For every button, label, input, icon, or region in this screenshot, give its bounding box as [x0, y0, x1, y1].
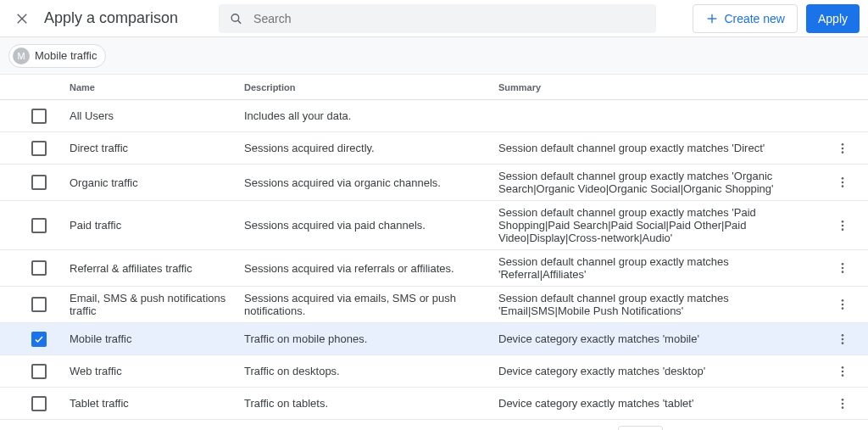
svg-point-12 — [842, 221, 844, 223]
more-vert-icon — [836, 219, 849, 232]
more-vert-icon — [836, 332, 849, 346]
search-box[interactable] — [219, 4, 656, 33]
table-row[interactable]: Direct trafficSessions acquired directly… — [0, 132, 868, 165]
row-summary: Session default channel group exactly ma… — [498, 292, 826, 317]
apply-button[interactable]: Apply — [806, 4, 860, 33]
column-description: Description — [244, 82, 498, 92]
plus-icon — [705, 12, 719, 25]
svg-point-21 — [842, 334, 844, 337]
row-menu-button[interactable] — [836, 261, 849, 275]
check-icon — [34, 334, 44, 344]
row-summary: Session default channel group exactly ma… — [498, 206, 826, 244]
row-name: Organic traffic — [70, 176, 244, 189]
comparison-chip[interactable]: M Mobile traffic — [8, 44, 106, 68]
row-name: Paid traffic — [70, 219, 244, 232]
svg-point-10 — [842, 181, 844, 184]
svg-point-15 — [842, 263, 844, 265]
row-checkbox[interactable] — [31, 109, 47, 124]
search-input[interactable] — [252, 11, 646, 26]
table-row[interactable]: Paid trafficSessions acquired via paid c… — [0, 201, 868, 250]
row-menu-button[interactable] — [836, 397, 849, 410]
svg-point-23 — [842, 342, 844, 344]
table-row[interactable]: All UsersIncludes all your data. — [0, 100, 868, 132]
table-row[interactable]: Referral & affiliates trafficSessions ac… — [0, 250, 868, 287]
row-menu-button[interactable] — [836, 332, 849, 346]
dialog-header: Apply a comparison Create new Apply — [0, 0, 868, 37]
row-description: Sessions acquired via referrals or affil… — [244, 262, 498, 275]
table-row[interactable]: Web trafficTraffic on desktops.Device ca… — [0, 355, 868, 388]
row-menu-button[interactable] — [836, 219, 849, 232]
svg-point-13 — [842, 224, 844, 226]
more-vert-icon — [836, 142, 849, 155]
row-summary: Device category exactly matches 'desktop… — [498, 365, 826, 377]
row-name: Web traffic — [70, 365, 244, 377]
row-description: Traffic on desktops. — [244, 365, 498, 377]
more-vert-icon — [836, 261, 849, 275]
svg-point-24 — [842, 366, 844, 369]
row-checkbox[interactable] — [31, 175, 47, 190]
svg-point-28 — [842, 402, 844, 405]
table-row[interactable]: Email, SMS & push notifications trafficS… — [0, 287, 868, 323]
svg-point-20 — [842, 307, 844, 310]
row-checkbox[interactable] — [31, 396, 47, 411]
row-menu-button[interactable] — [836, 298, 849, 311]
row-name: All Users — [70, 109, 244, 122]
close-icon — [14, 11, 30, 26]
row-summary: Session default channel group exactly ma… — [498, 170, 826, 195]
row-description: Includes all your data. — [244, 109, 498, 122]
row-summary: Session default channel group exactly ma… — [498, 142, 826, 154]
row-checkbox[interactable] — [31, 260, 47, 276]
table-body: All UsersIncludes all your data.Direct t… — [0, 100, 868, 420]
row-name: Email, SMS & push notifications traffic — [70, 292, 244, 317]
table-row[interactable]: Mobile trafficTraffic on mobile phones.D… — [0, 323, 868, 355]
svg-point-25 — [842, 370, 844, 372]
row-description: Sessions acquired via paid channels. — [244, 219, 498, 232]
column-name: Name — [70, 82, 244, 92]
svg-point-19 — [842, 304, 844, 306]
create-new-button[interactable]: Create new — [693, 4, 798, 33]
row-name: Referral & affiliates traffic — [70, 262, 244, 275]
svg-point-2 — [231, 14, 239, 21]
svg-point-6 — [842, 143, 844, 146]
row-description: Sessions acquired via emails, SMS or pus… — [244, 292, 498, 317]
row-menu-button[interactable] — [836, 365, 849, 378]
column-summary: Summary — [498, 82, 826, 92]
row-name: Mobile traffic — [70, 332, 244, 345]
search-container — [219, 4, 656, 33]
svg-point-26 — [842, 374, 844, 377]
dialog-title: Apply a comparison — [44, 9, 178, 27]
pagination-bar: Items per page: 25 1 – 9 of 9 — [0, 420, 868, 430]
svg-point-22 — [842, 338, 844, 340]
svg-point-29 — [842, 406, 844, 409]
more-vert-icon — [836, 365, 849, 378]
row-menu-button[interactable] — [836, 142, 849, 155]
svg-point-7 — [842, 147, 844, 149]
table-row[interactable]: Tablet trafficTraffic on tablets.Device … — [0, 388, 868, 420]
svg-point-11 — [842, 185, 844, 187]
svg-point-18 — [842, 299, 844, 302]
row-checkbox[interactable] — [31, 332, 47, 347]
search-icon — [229, 11, 243, 26]
svg-line-3 — [238, 20, 242, 24]
row-description: Sessions acquired directly. — [244, 142, 498, 154]
active-comparison-bar: M Mobile traffic — [0, 37, 868, 75]
row-summary: Device category exactly matches 'tablet' — [498, 397, 826, 410]
row-description: Sessions acquired via organic channels. — [244, 176, 498, 189]
svg-point-8 — [842, 151, 844, 154]
table-row[interactable]: Organic trafficSessions acquired via org… — [0, 165, 868, 201]
row-checkbox[interactable] — [31, 141, 47, 156]
items-per-page-select[interactable]: 25 — [618, 426, 662, 430]
row-summary: Device category exactly matches 'mobile' — [498, 332, 826, 345]
table-header: Name Description Summary — [0, 75, 868, 100]
apply-label: Apply — [818, 12, 848, 25]
row-menu-button[interactable] — [836, 176, 849, 189]
chip-label: Mobile traffic — [35, 49, 97, 62]
close-button[interactable] — [8, 5, 36, 32]
svg-point-17 — [842, 271, 844, 273]
svg-point-9 — [842, 177, 844, 180]
more-vert-icon — [836, 298, 849, 311]
row-checkbox[interactable] — [31, 218, 47, 233]
svg-point-16 — [842, 267, 844, 270]
row-checkbox[interactable] — [31, 364, 47, 379]
row-checkbox[interactable] — [31, 297, 47, 312]
